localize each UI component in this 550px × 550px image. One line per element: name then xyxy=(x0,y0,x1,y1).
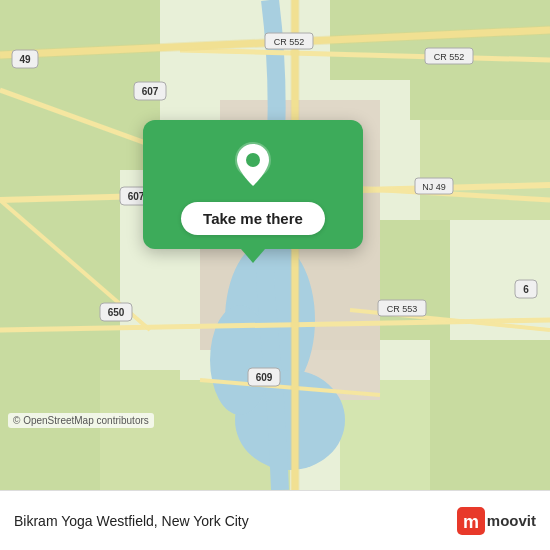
svg-text:CR 552: CR 552 xyxy=(274,37,305,47)
take-me-there-button[interactable]: Take me there xyxy=(181,202,325,235)
location-pin-icon xyxy=(226,138,280,192)
svg-text:CR 552: CR 552 xyxy=(434,52,465,62)
svg-text:6: 6 xyxy=(523,284,529,295)
svg-rect-3 xyxy=(0,370,100,490)
moovit-text-label: moovit xyxy=(487,512,536,529)
svg-rect-9 xyxy=(430,340,550,490)
svg-text:650: 650 xyxy=(108,307,125,318)
bottom-bar: Bikram Yoga Westfield, New York City m m… xyxy=(0,490,550,550)
svg-text:49: 49 xyxy=(19,54,31,65)
location-name: Bikram Yoga Westfield, New York City xyxy=(14,513,249,529)
moovit-logo-icon: m xyxy=(457,507,485,535)
svg-text:CR 553: CR 553 xyxy=(387,304,418,314)
map-container: 49 607 607 CR 552 CR 552 NJ 49 CR 553 65… xyxy=(0,0,550,490)
popup-card: Take me there xyxy=(143,120,363,249)
map-attribution: © OpenStreetMap contributors xyxy=(8,413,154,428)
svg-text:NJ 49: NJ 49 xyxy=(422,182,446,192)
svg-rect-7 xyxy=(420,120,550,220)
svg-text:609: 609 xyxy=(256,372,273,383)
moovit-logo: m moovit xyxy=(457,507,536,535)
svg-rect-4 xyxy=(100,370,180,490)
svg-text:m: m xyxy=(463,512,479,532)
svg-point-50 xyxy=(246,153,260,167)
svg-text:607: 607 xyxy=(142,86,159,97)
